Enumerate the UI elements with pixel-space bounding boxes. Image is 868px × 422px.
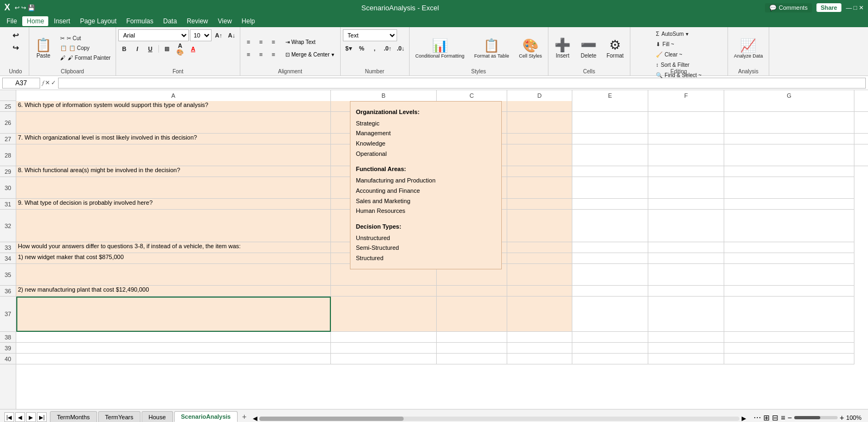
cell-E39[interactable] — [572, 343, 648, 354]
page-break-view[interactable]: ≡ — [781, 413, 785, 422]
undo-button[interactable]: ↩ — [5, 29, 27, 41]
cell-D38[interactable] — [507, 332, 572, 343]
align-top-center[interactable]: ≡ — [255, 36, 267, 48]
cell-A32[interactable] — [16, 210, 331, 242]
cell-E37[interactable] — [572, 297, 648, 332]
row-header-36[interactable]: 36 — [0, 286, 16, 297]
cell-A25[interactable]: 6. Which type of information system woul… — [16, 101, 331, 112]
row-header-29[interactable]: 29 — [0, 166, 16, 177]
menu-home[interactable]: Home — [22, 16, 48, 26]
row-header-40[interactable]: 40 — [0, 354, 16, 364]
cell-A40[interactable] — [16, 354, 331, 364]
cell-A36[interactable]: 2) new manufacturing plant that cost $12… — [16, 286, 331, 297]
cell-C40[interactable] — [437, 354, 507, 364]
cell-A34[interactable]: 1) new widget maker that cost $875,000 — [16, 253, 331, 264]
col-header-A[interactable]: A — [16, 90, 331, 101]
font-color-button[interactable]: A — [187, 43, 199, 55]
cell-E36[interactable] — [572, 286, 648, 297]
row-header-33[interactable]: 33 — [0, 242, 16, 253]
cell-F28[interactable] — [648, 144, 724, 166]
cell-G27[interactable] — [724, 134, 854, 144]
cell-H27[interactable] — [854, 134, 868, 144]
cell-E28[interactable] — [572, 144, 648, 166]
align-bottom-left[interactable]: ≡ — [242, 48, 254, 60]
menu-file[interactable]: File — [2, 16, 21, 26]
cell-E29[interactable] — [572, 166, 648, 177]
page-layout-view[interactable]: ⊟ — [772, 413, 778, 422]
cell-G32[interactable] — [724, 210, 854, 242]
font-size-select[interactable]: 10 — [190, 29, 212, 41]
horizontal-scrollbar[interactable] — [259, 417, 739, 421]
row-header-27[interactable]: 27 — [0, 134, 16, 144]
cell-C36[interactable] — [437, 286, 507, 297]
cell-styles-button[interactable]: 🎨 Cell Styles — [515, 35, 546, 61]
cell-E30[interactable] — [572, 177, 648, 199]
col-header-E[interactable]: E — [572, 90, 648, 101]
fill-button[interactable]: ⬇ Fill ~ — [653, 40, 676, 49]
cell-G35[interactable] — [724, 264, 854, 286]
cell-G26[interactable] — [724, 112, 854, 134]
delete-button[interactable]: ➖ Delete — [577, 35, 601, 61]
cell-E32[interactable] — [572, 210, 648, 242]
cell-F32[interactable] — [648, 210, 724, 242]
sheet-tab-termmonths[interactable]: TermMonths — [50, 411, 97, 422]
row-header-34[interactable]: 34 — [0, 253, 16, 264]
menu-data[interactable]: Data — [159, 16, 181, 26]
redo-button[interactable]: ↪ — [5, 42, 27, 54]
cell-G39[interactable] — [724, 343, 854, 354]
col-header-H[interactable]: H — [854, 90, 868, 101]
align-top-left[interactable]: ≡ — [242, 36, 254, 48]
sheet-tab-termyears[interactable]: TermYears — [98, 411, 141, 422]
currency-button[interactable]: $▾ — [343, 42, 355, 54]
cell-A27[interactable]: 7. Which organizational level is most li… — [16, 134, 331, 144]
sheet-nav-next[interactable]: ▶ — [26, 412, 36, 422]
paste-button[interactable]: 📋 Paste — [31, 35, 55, 61]
cut-button[interactable]: ✂ ✂ Cut — [58, 34, 113, 43]
cell-C37[interactable] — [437, 297, 507, 332]
cell-D36[interactable] — [507, 286, 572, 297]
underline-button[interactable]: U — [144, 43, 156, 55]
conditional-formatting-button[interactable]: 📊 Conditional Formatting — [412, 35, 469, 61]
menu-page-layout[interactable]: Page Layout — [75, 16, 120, 26]
fill-color-button[interactable]: A🎨 — [174, 43, 186, 55]
menu-help[interactable]: Help — [237, 16, 259, 26]
cell-A38[interactable] — [16, 332, 331, 343]
row-header-38[interactable]: 38 — [0, 332, 16, 343]
formula-input[interactable] — [58, 78, 866, 89]
sheet-nav-prev[interactable]: ◀ — [15, 412, 25, 422]
cell-B37[interactable] — [331, 297, 437, 332]
cell-H26[interactable] — [854, 112, 868, 134]
align-bottom-right[interactable]: ≡ — [267, 48, 279, 60]
comments-button[interactable]: 💬 Comments — [765, 3, 812, 12]
autosum-button[interactable]: Σ AutoSum ▾ — [653, 29, 691, 39]
decrease-decimal[interactable]: .0↓ — [395, 42, 407, 54]
cell-G33[interactable] — [724, 242, 854, 253]
cell-F27[interactable] — [648, 134, 724, 144]
cell-F37[interactable] — [648, 297, 724, 332]
cell-E35[interactable] — [572, 264, 648, 286]
cell-G25[interactable] — [724, 101, 854, 112]
menu-review[interactable]: Review — [182, 16, 212, 26]
percent-button[interactable]: % — [356, 42, 368, 54]
cell-E34[interactable] — [572, 253, 648, 264]
normal-view[interactable]: ⊞ — [763, 413, 770, 422]
col-header-D[interactable]: D — [507, 90, 572, 101]
cell-F26[interactable] — [648, 112, 724, 134]
col-header-G[interactable]: G — [724, 90, 854, 101]
borders-button[interactable]: ⊞ — [161, 43, 173, 55]
cell-D31[interactable] — [507, 199, 572, 210]
cell-F35[interactable] — [648, 264, 724, 286]
sheet-nav-first[interactable]: |◀ — [4, 412, 14, 422]
cell-D26[interactable] — [507, 112, 572, 134]
row-header-35[interactable]: 35 — [0, 264, 16, 286]
cell-F39[interactable] — [648, 343, 724, 354]
sheet-tab-house[interactable]: House — [142, 411, 173, 422]
cell-B36[interactable] — [331, 286, 437, 297]
cell-D40[interactable] — [507, 354, 572, 364]
cell-D33[interactable] — [507, 242, 572, 253]
merge-center-button[interactable]: ⊡ Merge & Center ▾ — [282, 48, 338, 60]
cell-B39[interactable] — [331, 343, 437, 354]
sheet-nav-last[interactable]: ▶| — [37, 412, 47, 422]
cell-D34[interactable] — [507, 253, 572, 264]
zoom-in[interactable]: + — [840, 413, 844, 422]
